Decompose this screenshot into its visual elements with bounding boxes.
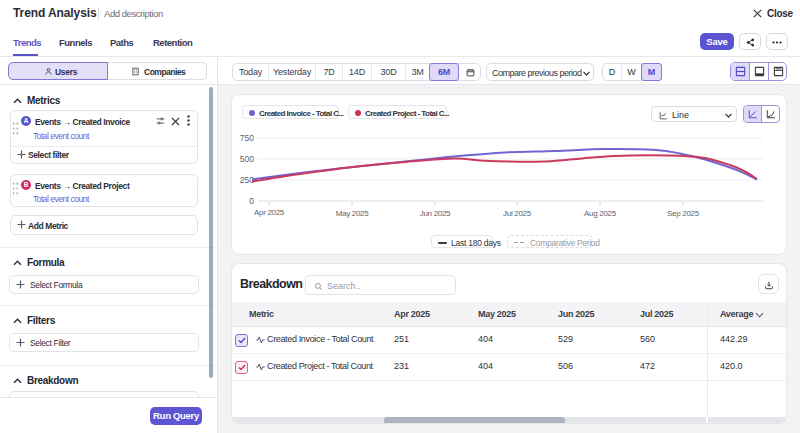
svg-text:750: 750: [240, 133, 254, 143]
svg-text:Sep 2025: Sep 2025: [667, 209, 700, 218]
svg-text:May 2025: May 2025: [336, 209, 370, 218]
svg-text:Jul 2025: Jul 2025: [503, 209, 532, 218]
svg-text:Jun 2025: Jun 2025: [420, 209, 451, 218]
svg-text:Apr 2025: Apr 2025: [254, 208, 285, 217]
svg-text:0: 0: [249, 196, 254, 206]
svg-text:500: 500: [240, 154, 254, 164]
svg-text:Aug 2025: Aug 2025: [584, 209, 617, 218]
